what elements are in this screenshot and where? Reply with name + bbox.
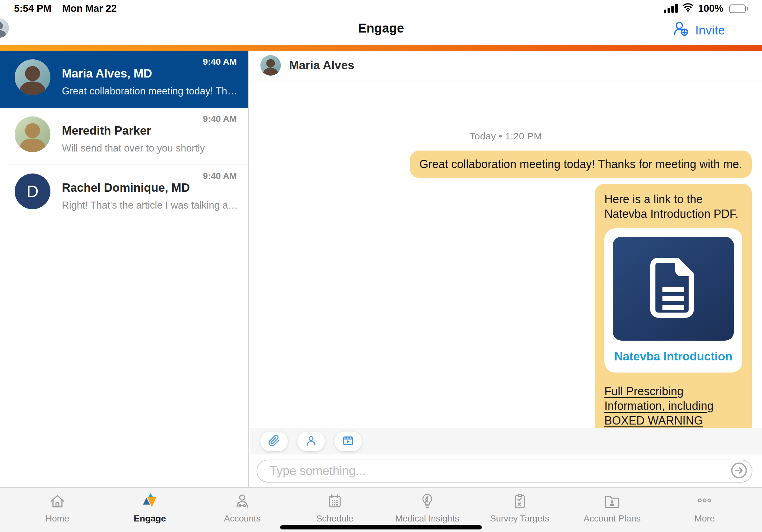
tab-label: Schedule — [316, 513, 353, 524]
chat-contact-avatar[interactable] — [261, 55, 281, 76]
status-date: Mon Mar 22 — [62, 3, 117, 14]
tab-label: More — [694, 513, 715, 524]
home-indicator[interactable] — [280, 525, 482, 529]
chat-panel: Maria Alves Today • 1:20 PM Great collab… — [250, 51, 762, 487]
outgoing-message-bubble-with-card: Here is a link to the Natevba Introducti… — [595, 184, 752, 428]
attachment-icon — [268, 435, 280, 448]
invite-button[interactable]: Invite — [672, 20, 725, 40]
add-person-plus-icon — [672, 20, 690, 40]
brand-gradient-bar — [0, 45, 762, 51]
composer — [250, 454, 762, 487]
invite-label: Invite — [695, 23, 725, 37]
accounts-icon — [233, 492, 251, 511]
outgoing-message-bubble: Great collaboration meeting today! Thank… — [410, 151, 752, 178]
tab-survey-targets[interactable]: Survey Targets — [485, 488, 555, 532]
battery-icon — [729, 4, 748, 13]
message-input-container — [257, 460, 752, 483]
conversation-name: Maria Alves, MD — [62, 67, 236, 80]
page-title: Engage — [0, 21, 762, 35]
tab-label: Survey Targets — [490, 513, 549, 524]
chat-message-area: Today • 1:20 PM Great collaboration meet… — [250, 80, 762, 428]
chat-header: Maria Alves — [250, 51, 762, 80]
tab-label: Accounts — [224, 513, 261, 524]
folder-person-icon — [603, 492, 621, 511]
tab-label: Home — [45, 513, 69, 524]
tab-more[interactable]: More — [669, 488, 740, 532]
lightbulb-medical-icon — [418, 492, 436, 511]
conversation-preview: Will send that over to you shortly — [62, 143, 239, 154]
send-button[interactable] — [729, 461, 749, 481]
conversation-name: Rachel Dominique, MD — [62, 181, 236, 195]
conversation-preview: Right! That's the article I was talking … — [62, 200, 239, 211]
status-time: 5:54 PM — [14, 3, 51, 14]
share-video-button[interactable] — [335, 432, 362, 451]
engage-logo-icon — [141, 492, 159, 511]
conversation-time: 9:40 AM — [203, 114, 237, 124]
composer-toolbar — [250, 428, 762, 454]
full-prescribing-information-link[interactable]: Full Prescribing Information, including … — [604, 384, 742, 428]
conversation-item-rachel-dominique[interactable]: D 9:40 AM Rachel Dominique, MD Right! Th… — [0, 165, 248, 222]
wifi-icon — [682, 3, 694, 15]
conversation-name: Meredith Parker — [62, 124, 236, 137]
ellipsis-icon — [696, 492, 714, 511]
tab-label: Engage — [134, 513, 166, 524]
clipboard-check-icon — [511, 492, 529, 511]
cellular-signal-icon — [664, 4, 678, 13]
pdf-document-tile — [613, 237, 734, 341]
calendar-icon — [326, 492, 344, 511]
tab-engage[interactable]: Engage — [115, 488, 185, 532]
avatar — [15, 59, 50, 95]
pdf-document-title: Natevba Introduction — [613, 349, 734, 364]
conversation-item-meredith-parker[interactable]: 9:40 AM Meredith Parker Will send that o… — [0, 108, 248, 165]
conversation-time: 9:40 AM — [203, 57, 237, 67]
attach-file-button[interactable] — [261, 432, 288, 451]
tab-label: Account Plans — [584, 513, 641, 524]
battery-percent: 100% — [698, 3, 724, 14]
conversation-list: 9:40 AM Maria Alves, MD Great collaborat… — [0, 51, 249, 487]
home-icon — [48, 492, 66, 511]
tab-account-plans[interactable]: Account Plans — [577, 488, 647, 532]
conversation-item-maria-alves[interactable]: 9:40 AM Maria Alves, MD Great collaborat… — [0, 51, 248, 108]
conversation-time: 9:40 AM — [203, 171, 237, 181]
chat-date-header: Today • 1:20 PM — [260, 131, 752, 142]
tab-home[interactable]: Home — [22, 488, 93, 532]
app-header: Engage Invite — [0, 14, 762, 45]
add-contact-button[interactable] — [297, 432, 325, 451]
pdf-document-card[interactable]: Natevba Introduction — [604, 229, 742, 372]
message-input[interactable] — [270, 464, 729, 478]
tab-label: Medical Insights — [395, 513, 459, 524]
video-icon — [342, 435, 354, 448]
tab-accounts[interactable]: Accounts — [207, 488, 277, 532]
avatar-initial: D — [15, 173, 50, 209]
engage-app-screen: 5:54 PM Mon Mar 22 100% Engage — [0, 0, 762, 532]
status-bar: 5:54 PM Mon Mar 22 100% — [0, 0, 762, 14]
avatar — [15, 116, 50, 152]
conversation-preview: Great collaboration meeting today! Thank… — [62, 86, 239, 97]
send-icon — [730, 461, 748, 481]
divider — [10, 222, 248, 222]
message-text: Here is a link to the Natevba Introducti… — [604, 192, 742, 221]
document-icon — [645, 255, 701, 322]
add-person-icon — [305, 435, 317, 448]
chat-contact-name: Maria Alves — [289, 59, 354, 72]
